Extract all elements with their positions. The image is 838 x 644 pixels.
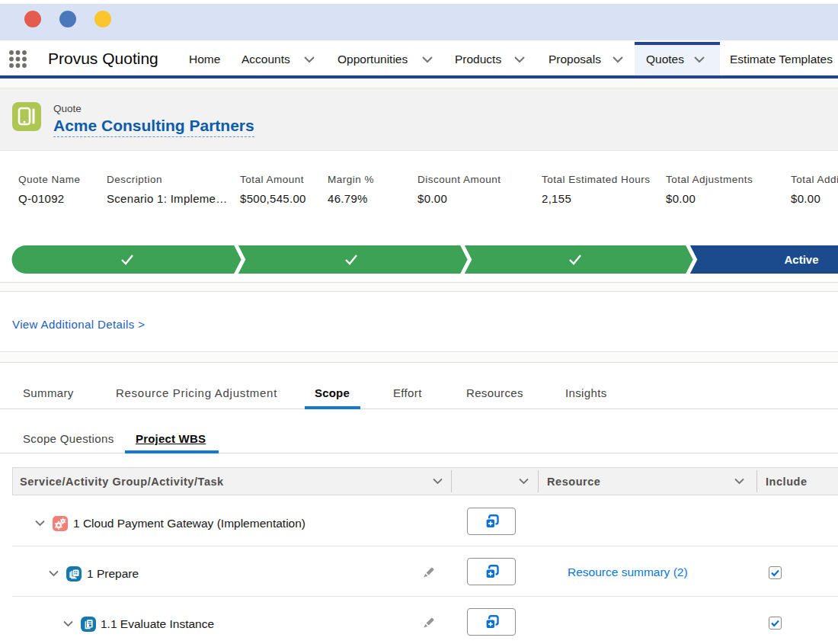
svg-text:Active: Active (784, 253, 818, 266)
